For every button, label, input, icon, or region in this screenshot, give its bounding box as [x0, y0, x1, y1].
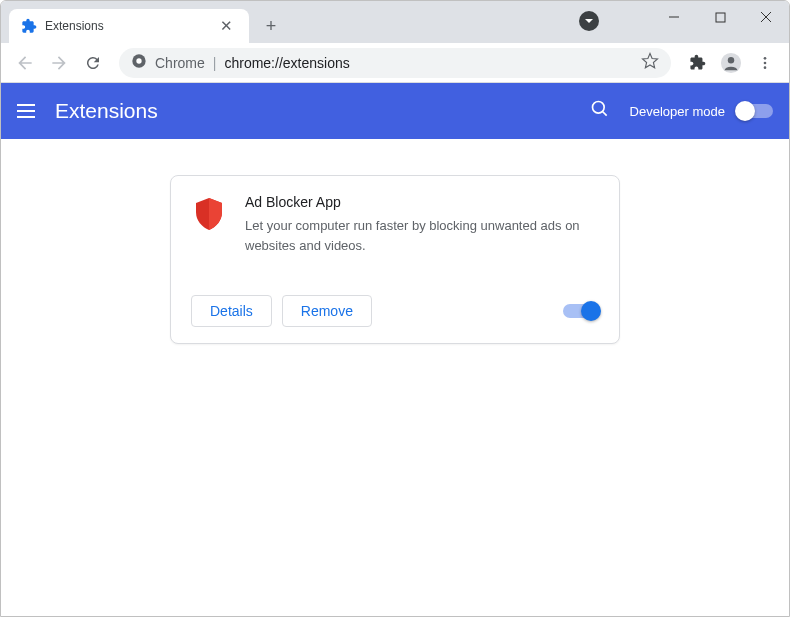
extensions-content: Ad Blocker App Let your computer run fas…: [1, 139, 789, 616]
search-icon[interactable]: [590, 99, 610, 123]
extensions-toolbar-icon[interactable]: [681, 47, 713, 79]
svg-line-14: [602, 112, 606, 116]
minimize-button[interactable]: [651, 1, 697, 33]
back-button[interactable]: [9, 47, 41, 79]
shield-icon: [191, 196, 227, 232]
extensions-icon: [21, 18, 37, 34]
browser-window: Extensions ✕ + Chrome | chrome://extensi…: [0, 0, 790, 617]
remove-button[interactable]: Remove: [282, 295, 372, 327]
hamburger-menu-icon[interactable]: [17, 104, 35, 118]
maximize-button[interactable]: [697, 1, 743, 33]
browser-toolbar: Chrome | chrome://extensions: [1, 43, 789, 83]
extension-enable-toggle[interactable]: [563, 304, 599, 318]
forward-button[interactable]: [43, 47, 75, 79]
browser-tab[interactable]: Extensions ✕: [9, 9, 249, 43]
close-tab-button[interactable]: ✕: [216, 17, 237, 35]
svg-rect-3: [716, 13, 725, 22]
url-scheme-label: Chrome: [155, 55, 205, 71]
svg-point-7: [136, 58, 141, 63]
url-separator: |: [213, 55, 217, 71]
svg-point-12: [764, 66, 767, 69]
developer-mode-toggle[interactable]: [737, 104, 773, 118]
close-window-button[interactable]: [743, 1, 789, 33]
kebab-menu-icon[interactable]: [749, 47, 781, 79]
svg-point-11: [764, 61, 767, 64]
titlebar: Extensions ✕ +: [1, 1, 789, 43]
url-text: chrome://extensions: [224, 55, 349, 71]
bookmark-icon[interactable]: [641, 52, 659, 74]
svg-point-9: [728, 57, 734, 63]
extensions-page-header: Extensions Developer mode: [1, 83, 789, 139]
developer-mode-label: Developer mode: [630, 104, 725, 119]
address-bar[interactable]: Chrome | chrome://extensions: [119, 48, 671, 78]
reload-button[interactable]: [77, 47, 109, 79]
details-button[interactable]: Details: [191, 295, 272, 327]
tab-title: Extensions: [45, 19, 216, 33]
svg-point-10: [764, 57, 767, 60]
page-title: Extensions: [55, 99, 590, 123]
svg-point-13: [592, 102, 604, 114]
extension-description: Let your computer run faster by blocking…: [245, 216, 599, 255]
extension-name: Ad Blocker App: [245, 194, 599, 210]
media-control-button[interactable]: [579, 11, 599, 31]
new-tab-button[interactable]: +: [257, 12, 285, 40]
extension-card: Ad Blocker App Let your computer run fas…: [170, 175, 620, 344]
profile-icon[interactable]: [715, 47, 747, 79]
window-controls: [651, 1, 789, 33]
chrome-logo-icon: [131, 53, 147, 73]
